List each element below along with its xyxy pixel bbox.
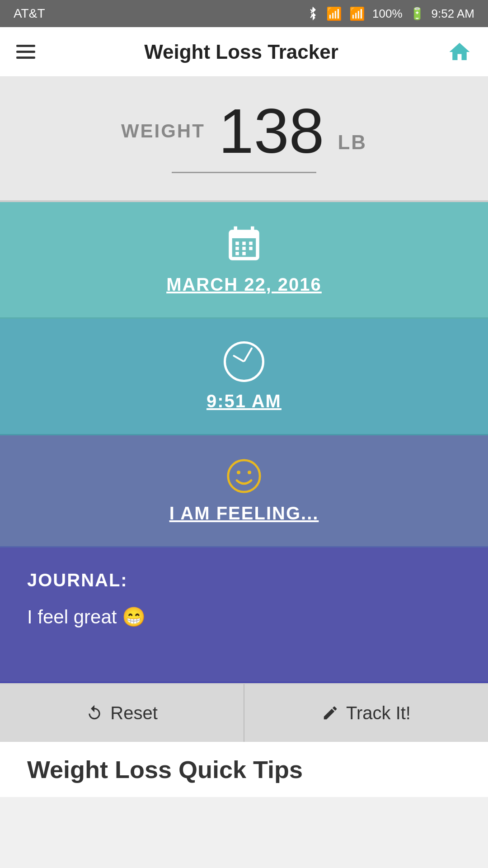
track-icon bbox=[322, 704, 339, 722]
feeling-section[interactable]: I AM FEELING... bbox=[0, 435, 488, 547]
bluetooth-icon bbox=[306, 5, 319, 22]
status-bar: AT&T 📶 📶 100% 🔋 9:52 AM bbox=[0, 0, 488, 27]
hamburger-line-2 bbox=[16, 51, 35, 53]
journal-section[interactable]: JOURNAL: I feel great 😁 bbox=[0, 547, 488, 683]
svg-point-6 bbox=[248, 471, 251, 474]
journal-label: JOURNAL: bbox=[27, 570, 461, 590]
hamburger-menu[interactable] bbox=[16, 45, 35, 59]
status-right: 📶 📶 100% 🔋 9:52 AM bbox=[306, 5, 474, 22]
weight-section: WEIGHT 138 LB bbox=[0, 77, 488, 202]
reset-button[interactable]: Reset bbox=[0, 684, 244, 742]
signal-icon: 📶 bbox=[349, 6, 365, 21]
track-it-button[interactable]: Track It! bbox=[244, 684, 488, 742]
clock-hour-hand bbox=[233, 354, 244, 362]
calendar-icon bbox=[224, 225, 264, 265]
svg-point-4 bbox=[228, 460, 260, 492]
date-section[interactable]: MARCH 22, 2016 bbox=[0, 202, 488, 319]
weight-underline bbox=[172, 172, 316, 173]
footer-peek: Weight Loss Quick Tips bbox=[0, 742, 488, 797]
svg-point-5 bbox=[237, 471, 240, 474]
time-section[interactable]: 9:51 AM bbox=[0, 319, 488, 435]
carrier-label: AT&T bbox=[14, 6, 45, 21]
app-title: Weight Loss Tracker bbox=[144, 41, 338, 63]
time-label: 9:52 AM bbox=[432, 7, 474, 21]
home-icon[interactable] bbox=[447, 40, 472, 64]
reset-label: Reset bbox=[110, 703, 158, 723]
hamburger-line-1 bbox=[16, 45, 35, 47]
smiley-icon bbox=[226, 458, 262, 494]
clock-icon bbox=[224, 341, 264, 382]
weight-unit: LB bbox=[338, 131, 367, 154]
bottom-buttons: Reset Track It! bbox=[0, 683, 488, 742]
battery-icon: 🔋 bbox=[410, 7, 424, 21]
footer-text: Weight Loss Quick Tips bbox=[27, 756, 303, 783]
app-bar: Weight Loss Tracker bbox=[0, 27, 488, 77]
weight-label: WEIGHT bbox=[121, 120, 205, 142]
time-value[interactable]: 9:51 AM bbox=[206, 391, 282, 411]
date-value[interactable]: MARCH 22, 2016 bbox=[166, 274, 322, 295]
clock-minute-hand bbox=[243, 347, 253, 362]
battery-label: 100% bbox=[372, 7, 403, 21]
wifi-icon: 📶 bbox=[326, 6, 342, 21]
reset-icon bbox=[86, 704, 103, 722]
hamburger-line-3 bbox=[16, 57, 35, 59]
journal-content[interactable]: I feel great 😁 bbox=[27, 604, 461, 631]
track-it-label: Track It! bbox=[346, 703, 411, 723]
feeling-text[interactable]: I AM FEELING... bbox=[169, 503, 319, 524]
weight-value[interactable]: 138 bbox=[219, 99, 324, 163]
